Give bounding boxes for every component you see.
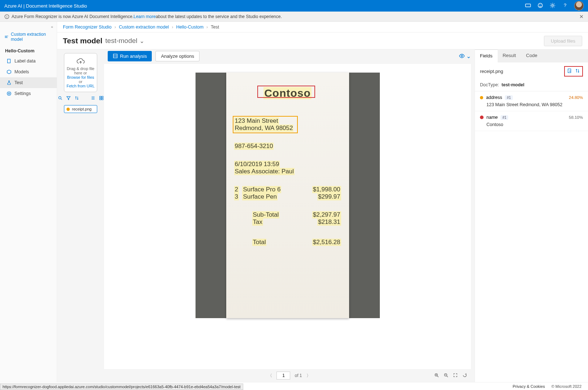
settings-icon[interactable] bbox=[550, 3, 555, 9]
filter-icon[interactable] bbox=[66, 96, 71, 101]
svg-rect-0 bbox=[525, 4, 531, 7]
address-bbox bbox=[233, 116, 298, 133]
results-filename: receipt.png bbox=[480, 69, 503, 74]
scan-icon bbox=[113, 53, 118, 58]
user-avatar[interactable] bbox=[574, 1, 584, 10]
sidebar-collapse[interactable]: « bbox=[0, 25, 57, 29]
crumb-0[interactable]: Form Recognizer Studio bbox=[63, 25, 112, 30]
field-address[interactable]: address #1 24.80% 123 Main Street Redmon… bbox=[475, 91, 588, 111]
nav-models[interactable]: Models bbox=[0, 66, 57, 77]
zoom-out-icon[interactable] bbox=[443, 373, 448, 379]
analyze-options-button[interactable]: Analyze options bbox=[155, 51, 199, 61]
banner-text-before: Azure Form Recognizer is now Azure AI Do… bbox=[12, 14, 134, 19]
workspace: Drag & drop file here or Browse for file… bbox=[57, 49, 588, 382]
field-name-label: name bbox=[486, 115, 498, 120]
viewer-canvas[interactable]: Contoso 123 Main Street Redmond, WA 9805… bbox=[104, 64, 471, 369]
list-view-icon[interactable] bbox=[91, 96, 95, 101]
app-title: Azure AI | Document Intelligence Studio bbox=[4, 3, 525, 9]
svg-point-4 bbox=[538, 3, 542, 8]
page-input[interactable] bbox=[276, 372, 290, 380]
zoom-in-icon[interactable] bbox=[434, 373, 439, 379]
fit-icon[interactable] bbox=[453, 373, 458, 379]
tab-fields[interactable]: Fields bbox=[475, 49, 498, 62]
files-pane: Drag & drop file here or Browse for file… bbox=[57, 49, 104, 382]
nav-test[interactable]: Test bbox=[0, 77, 57, 88]
sidebar: « Custom extraction model Hello-Custom L… bbox=[0, 22, 57, 382]
field-value: Contoso bbox=[486, 122, 583, 127]
svg-rect-24 bbox=[102, 96, 103, 98]
receipt-phone: 987-654-3210 bbox=[234, 143, 274, 150]
privacy-link[interactable]: Privacy & Cookies bbox=[512, 384, 545, 389]
field-name[interactable]: name #1 58.10% Contoso bbox=[475, 111, 588, 131]
download-json-icon[interactable] bbox=[567, 68, 572, 74]
tab-code[interactable]: Code bbox=[521, 49, 542, 62]
chevron-down-icon: ⌄ bbox=[466, 53, 471, 60]
page-title: Test model bbox=[63, 36, 102, 45]
sidebar-section[interactable]: Custom extraction model bbox=[0, 29, 57, 45]
svg-point-29 bbox=[461, 55, 463, 57]
field-color-dot bbox=[480, 116, 484, 119]
content: Form Recognizer Studio› Custom extractio… bbox=[57, 22, 588, 382]
rotate-icon[interactable] bbox=[462, 373, 467, 379]
svg-point-17 bbox=[7, 92, 11, 96]
upload-files-button[interactable]: Upload files bbox=[544, 36, 582, 46]
file-name: receipt.png bbox=[72, 107, 91, 111]
svg-point-11 bbox=[7, 15, 7, 16]
svg-rect-26 bbox=[102, 98, 103, 100]
svg-line-19 bbox=[61, 99, 62, 100]
breadcrumb: Form Recognizer Studio› Custom extractio… bbox=[57, 22, 588, 32]
model-dropdown[interactable]: ⌄ bbox=[140, 38, 144, 44]
next-page[interactable]: 〉 bbox=[306, 373, 311, 379]
sort-icon[interactable] bbox=[74, 96, 79, 101]
field-badge: #1 bbox=[505, 95, 512, 100]
highlighted-actions bbox=[564, 66, 583, 77]
fetch-url-link[interactable]: Fetch from URL bbox=[66, 84, 95, 88]
viewer-footer: 〈 of 1 〉 bbox=[104, 369, 475, 382]
results-panel: Fields Result Code receipt.png DocType: … bbox=[475, 49, 588, 382]
crumb-2[interactable]: Hello-Custom bbox=[176, 25, 203, 30]
svg-point-18 bbox=[59, 96, 61, 99]
field-color-dot bbox=[480, 96, 483, 99]
run-analysis-button[interactable]: Run analysis bbox=[108, 51, 152, 61]
results-file: receipt.png bbox=[475, 62, 588, 80]
dropzone[interactable]: Drag & drop file here or Browse for file… bbox=[64, 53, 97, 92]
dropzone-or: or bbox=[66, 79, 95, 84]
view-toggle[interactable]: ⌄ bbox=[459, 53, 471, 60]
status-dot-icon bbox=[66, 108, 70, 111]
prev-page[interactable]: 〈 bbox=[268, 373, 272, 379]
page-total: of 1 bbox=[295, 373, 302, 378]
svg-rect-15 bbox=[8, 59, 10, 63]
crumb-1[interactable]: Custom extraction model bbox=[119, 25, 169, 30]
nav-label-data[interactable]: Label data bbox=[0, 56, 57, 66]
sort-fields-icon[interactable] bbox=[575, 68, 580, 74]
doctype-value: test-model bbox=[502, 82, 524, 87]
search-icon[interactable] bbox=[58, 96, 63, 101]
app-header: Azure AI | Document Intelligence Studio … bbox=[0, 0, 588, 12]
banner-text-after: about the latest updates to the service … bbox=[156, 14, 282, 19]
hover-url: https://formrecognizer-dogfood.appliedai… bbox=[0, 384, 243, 390]
browse-link[interactable]: Browse for files bbox=[66, 75, 95, 79]
grid-view-icon[interactable] bbox=[99, 96, 104, 101]
info-banner: Azure Form Recognizer is now Azure AI Do… bbox=[0, 12, 588, 22]
gear-icon bbox=[7, 91, 12, 96]
viewer: Run analysis Analyze options ⌄ Contoso bbox=[104, 49, 475, 382]
file-item-selected[interactable]: receipt.png bbox=[64, 105, 97, 113]
banner-link[interactable]: Learn more bbox=[134, 14, 156, 19]
eye-icon bbox=[459, 53, 465, 59]
keyboard-icon[interactable] bbox=[525, 3, 531, 9]
feedback-icon[interactable] bbox=[537, 3, 543, 9]
upload-cloud-icon bbox=[76, 57, 85, 66]
cube-icon bbox=[7, 69, 12, 74]
help-icon[interactable]: ? bbox=[562, 3, 568, 9]
viewer-toolbar: Run analysis Analyze options ⌄ bbox=[104, 49, 475, 62]
model-icon bbox=[4, 34, 9, 39]
tab-result[interactable]: Result bbox=[498, 49, 521, 62]
flask-icon bbox=[7, 80, 12, 85]
svg-point-16 bbox=[8, 93, 10, 94]
nav-settings[interactable]: Settings bbox=[0, 88, 57, 99]
banner-close[interactable]: ✕ bbox=[579, 14, 584, 20]
svg-point-7 bbox=[552, 4, 554, 6]
field-name: address bbox=[486, 95, 502, 100]
file-tools bbox=[58, 96, 104, 101]
svg-line-35 bbox=[447, 376, 448, 377]
